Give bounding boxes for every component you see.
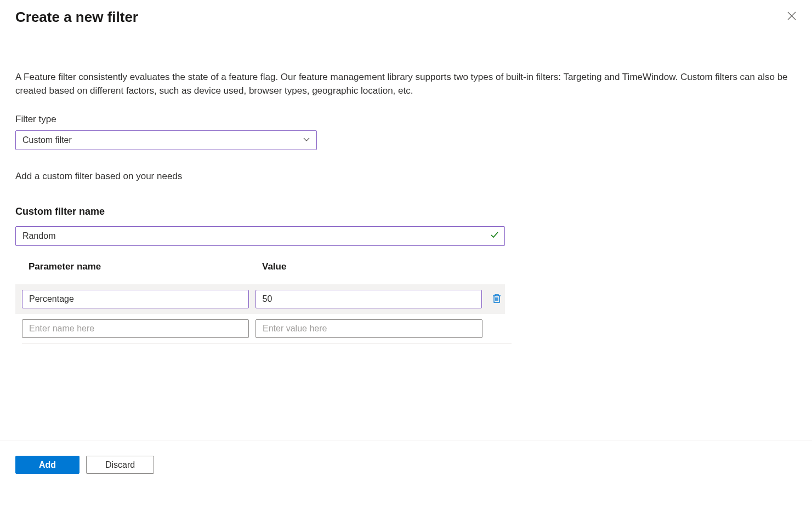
help-text: Add a custom filter based on your needs bbox=[15, 171, 797, 182]
filter-type-label: Filter type bbox=[15, 114, 797, 125]
page-title: Create a new filter bbox=[15, 9, 138, 26]
filter-type-selected: Custom filter bbox=[22, 135, 72, 145]
add-button[interactable]: Add bbox=[15, 456, 80, 474]
filter-type-select[interactable]: Custom filter bbox=[15, 130, 317, 150]
checkmark-icon bbox=[490, 230, 499, 242]
param-value-header: Value bbox=[262, 261, 286, 272]
divider bbox=[22, 343, 512, 344]
chevron-down-icon bbox=[302, 135, 311, 146]
description-text: A Feature filter consistently evaluates … bbox=[15, 71, 797, 98]
delete-row-button[interactable] bbox=[489, 291, 505, 308]
param-value-input[interactable] bbox=[255, 290, 482, 308]
trash-icon bbox=[492, 297, 502, 306]
param-row bbox=[15, 284, 505, 314]
param-name-input-new[interactable] bbox=[22, 319, 249, 338]
param-value-input-new[interactable] bbox=[255, 319, 482, 338]
param-name-input[interactable] bbox=[22, 290, 249, 308]
custom-filter-name-input[interactable] bbox=[15, 226, 505, 246]
close-button[interactable] bbox=[783, 8, 800, 24]
param-row-new bbox=[15, 314, 505, 343]
close-icon bbox=[787, 11, 797, 21]
footer: Add Discard bbox=[0, 440, 812, 474]
custom-filter-name-label: Custom filter name bbox=[15, 206, 797, 217]
param-name-header: Parameter name bbox=[29, 261, 262, 272]
discard-button[interactable]: Discard bbox=[86, 456, 154, 474]
